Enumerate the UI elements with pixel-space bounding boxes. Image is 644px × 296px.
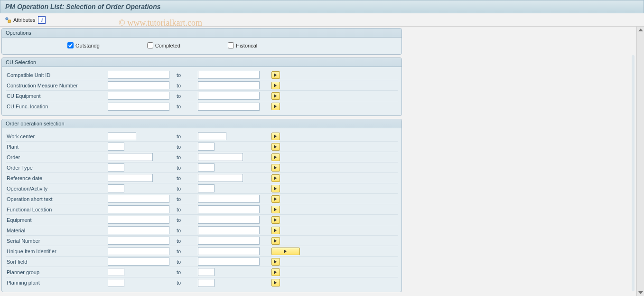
range-to-input[interactable] <box>198 279 215 287</box>
group-title-cu-selection: CU Selection <box>2 58 401 67</box>
arrow-right-icon <box>273 186 278 191</box>
checkbox-outstanding[interactable]: Outstandg <box>67 42 100 48</box>
multiple-selection-button[interactable] <box>271 216 280 224</box>
group-order-op-selection: Order operation selection Work centertoP… <box>1 119 402 292</box>
scroll-down-icon[interactable] <box>638 291 643 294</box>
multiple-selection-button[interactable] <box>271 103 280 110</box>
range-from-input[interactable] <box>108 195 169 203</box>
range-from-input[interactable] <box>108 247 169 255</box>
page-title: PM Operation List: Selection of Order Op… <box>5 3 161 10</box>
range-from-input[interactable] <box>108 92 169 100</box>
range-to-input[interactable] <box>198 258 260 266</box>
checkbox-completed-label: Completed <box>155 43 180 48</box>
range-to-input[interactable] <box>198 71 260 79</box>
checkbox-completed[interactable]: Completed <box>147 42 180 48</box>
secondary-scrollbar[interactable] <box>632 55 635 291</box>
range-to-input[interactable] <box>198 195 260 203</box>
range-to-input[interactable] <box>198 205 260 213</box>
multiple-selection-button[interactable] <box>271 206 280 213</box>
to-label: to <box>177 134 198 139</box>
range-from-input[interactable] <box>108 132 136 140</box>
field-row: Compatible Unit IDto <box>6 70 398 80</box>
checkbox-historical[interactable]: Historical <box>228 42 257 48</box>
field-row: Unique Item Identifierto <box>6 246 398 257</box>
range-to-input[interactable] <box>198 132 226 140</box>
range-from-input[interactable] <box>108 153 153 161</box>
attributes-label: Attributes <box>13 17 35 23</box>
range-to-input[interactable] <box>198 237 260 245</box>
title-bar: PM Operation List: Selection of Order Op… <box>0 0 644 13</box>
to-label: to <box>177 280 198 286</box>
checkbox-outstanding-input[interactable] <box>67 42 74 48</box>
multiple-selection-button[interactable] <box>271 92 280 100</box>
range-to-input[interactable] <box>198 184 215 192</box>
multiple-selection-button[interactable] <box>271 143 280 151</box>
range-from-input[interactable] <box>108 184 124 192</box>
field-row: Planner groupto <box>6 267 398 277</box>
scroll-up-icon[interactable] <box>638 29 643 31</box>
range-from-input[interactable] <box>108 71 169 79</box>
range-from-input[interactable] <box>108 226 169 234</box>
arrow-right-icon <box>273 207 278 212</box>
vertical-scrollbar[interactable] <box>636 27 644 296</box>
to-label: to <box>177 154 198 160</box>
field-label: Sort field <box>6 259 108 265</box>
range-from-input[interactable] <box>108 205 169 213</box>
multiple-selection-button[interactable] <box>271 164 280 172</box>
range-from-input[interactable] <box>108 81 169 89</box>
range-to-input[interactable] <box>198 103 260 111</box>
multiple-selection-button[interactable] <box>271 71 280 79</box>
multiple-selection-button[interactable] <box>271 248 300 255</box>
to-label: to <box>177 259 198 265</box>
checkbox-historical-label: Historical <box>236 43 257 48</box>
range-from-input[interactable] <box>108 174 153 182</box>
to-label: to <box>177 217 198 223</box>
range-to-input[interactable] <box>198 247 260 255</box>
range-from-input[interactable] <box>108 143 124 151</box>
range-from-input[interactable] <box>108 237 169 245</box>
multiple-selection-button[interactable] <box>271 82 280 89</box>
to-label: to <box>177 228 198 233</box>
range-to-input[interactable] <box>198 226 260 234</box>
to-label: to <box>177 93 198 99</box>
arrow-right-icon <box>273 134 278 139</box>
range-from-input[interactable] <box>108 216 169 224</box>
multiple-selection-button[interactable] <box>271 237 280 245</box>
multiple-selection-button[interactable] <box>271 174 280 182</box>
multiple-selection-button[interactable] <box>271 133 280 140</box>
multiple-selection-button[interactable] <box>271 185 280 192</box>
field-row: Construction Measure Numberto <box>6 80 398 91</box>
range-from-input[interactable] <box>108 258 169 266</box>
field-label: Construction Measure Number <box>6 83 108 88</box>
checkbox-outstanding-label: Outstandg <box>75 43 100 48</box>
multiple-selection-button[interactable] <box>271 153 280 161</box>
range-to-input[interactable] <box>198 153 243 161</box>
checkbox-historical-input[interactable] <box>228 42 234 48</box>
field-label: Operation/Activity <box>6 186 108 191</box>
arrow-right-icon <box>273 259 278 264</box>
multiple-selection-button[interactable] <box>271 279 280 286</box>
multiple-selection-button[interactable] <box>271 258 280 266</box>
range-from-input[interactable] <box>108 103 169 111</box>
range-to-input[interactable] <box>198 92 260 100</box>
range-to-input[interactable] <box>198 81 260 89</box>
field-row: CU Func. locationto <box>6 101 398 112</box>
range-to-input[interactable] <box>198 216 260 224</box>
attributes-button[interactable]: Attributes <box>5 17 35 23</box>
range-from-input[interactable] <box>108 268 124 276</box>
range-to-input[interactable] <box>198 174 243 182</box>
range-from-input[interactable] <box>108 279 124 287</box>
range-to-input[interactable] <box>198 268 215 276</box>
range-to-input[interactable] <box>198 143 215 151</box>
checkbox-completed-input[interactable] <box>147 42 153 48</box>
range-to-input[interactable] <box>198 163 215 172</box>
arrow-right-icon <box>273 239 278 243</box>
multiple-selection-button[interactable] <box>271 268 280 276</box>
multiple-selection-button[interactable] <box>271 195 280 203</box>
info-icon[interactable]: i <box>38 16 46 24</box>
to-label: to <box>177 207 198 212</box>
multiple-selection-button[interactable] <box>271 227 280 234</box>
group-title-order-op-selection: Order operation selection <box>2 119 401 128</box>
arrow-right-icon <box>273 228 278 233</box>
range-from-input[interactable] <box>108 163 124 172</box>
